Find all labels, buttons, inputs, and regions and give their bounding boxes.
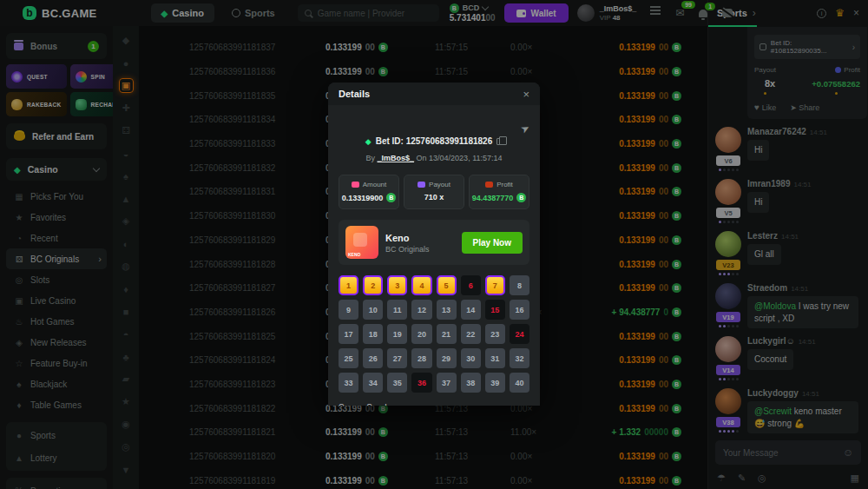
stat-payout: Payout710 x [404, 175, 464, 209]
keno-cell: 31 [485, 348, 505, 368]
keno-cell: 16 [510, 300, 529, 320]
stat-value: 0.13319900B [342, 193, 397, 202]
keno-cell: 13 [437, 300, 457, 320]
keno-cell-drawn: 6 [461, 275, 481, 295]
share-icon[interactable]: ➤ [518, 121, 531, 135]
keno-cell: 26 [363, 348, 383, 368]
keno-cell-hit: 5 [437, 275, 457, 295]
keno-cell: 30 [461, 348, 481, 368]
stat-value: 710 x [424, 193, 444, 202]
keno-cell: 19 [387, 324, 407, 344]
keno-cell: 37 [437, 373, 457, 393]
keno-cell-drawn: 36 [411, 373, 431, 393]
keno-cell-drawn: 15 [485, 300, 505, 320]
game-name: Keno [385, 231, 430, 246]
server-seed-label: Server Seed [339, 403, 529, 406]
keno-number-grid: 1234567891011121314151617181920212223242… [339, 275, 529, 393]
keno-cell: 34 [363, 373, 383, 393]
modal-close-icon[interactable]: × [523, 88, 529, 101]
game-row: KENO Keno BC Originals Play Now [339, 220, 529, 265]
stat-label: Profit [496, 181, 513, 188]
keno-cell: 27 [387, 348, 407, 368]
keno-cell: 29 [437, 348, 457, 368]
keno-cell: 39 [485, 373, 505, 393]
keno-cell: 25 [339, 348, 358, 368]
game-provider: BC Originals [385, 245, 430, 254]
stat-value: 94.4387770B [472, 193, 527, 202]
stat-label: Amount [363, 181, 387, 188]
keno-cell: 12 [411, 300, 431, 320]
keno-cell: 14 [461, 300, 481, 320]
keno-cell: 32 [510, 348, 529, 368]
keno-cell: 38 [461, 373, 481, 393]
modal-header: Details × [328, 83, 540, 105]
keno-cell: 21 [437, 324, 457, 344]
stat-profit: Profit94.4387770B [469, 175, 529, 209]
keno-cell: 9 [339, 300, 358, 320]
keno-cell: 8 [510, 275, 529, 295]
keno-cell: 11 [387, 300, 407, 320]
bet-details-modal: Details × ➤ ◆ Bet ID: 125760683991181826… [328, 83, 540, 406]
keno-cell: 17 [339, 324, 358, 344]
keno-cell: 22 [461, 324, 481, 344]
bcd-coin-icon: B [516, 193, 526, 202]
keno-cell: 20 [411, 324, 431, 344]
keno-game-thumbnail[interactable]: KENO [345, 226, 378, 259]
keno-cell-hit: 4 [411, 275, 431, 295]
keno-cell: 18 [363, 324, 383, 344]
keno-cell: 35 [387, 373, 407, 393]
bet-author-line: By _ImBos$_ On 13/04/2023, 11:57:14 [339, 154, 529, 162]
keno-cell: 28 [411, 348, 431, 368]
keno-cell: 10 [363, 300, 383, 320]
bet-stats: Amount0.13319900BPayout710 xProfit94.438… [339, 175, 529, 209]
amount-icon [352, 182, 359, 188]
stat-amount: Amount0.13319900B [339, 175, 399, 209]
keno-cell-hit: 3 [387, 275, 407, 295]
keno-cell-drawn: 24 [510, 324, 529, 344]
payout-icon [418, 182, 425, 188]
verified-gem-icon: ◆ [365, 137, 372, 146]
keno-cell: 33 [339, 373, 358, 393]
bet-author-link[interactable]: _ImBos$_ [378, 154, 415, 162]
profit-icon [485, 182, 493, 188]
keno-cell-hit: 2 [363, 275, 383, 295]
stat-label: Payout [429, 181, 450, 188]
copy-icon[interactable] [496, 138, 503, 145]
bcd-coin-icon: B [386, 193, 396, 202]
keno-cell: 23 [485, 324, 505, 344]
keno-cell: 40 [510, 373, 529, 393]
modal-title: Details [339, 89, 523, 99]
play-now-button[interactable]: Play Now [462, 232, 523, 254]
bet-id-text: Bet ID: 125760683991181826 [376, 136, 493, 146]
keno-cell-hit: 1 [339, 275, 358, 295]
keno-cell-hit: 7 [485, 275, 505, 295]
